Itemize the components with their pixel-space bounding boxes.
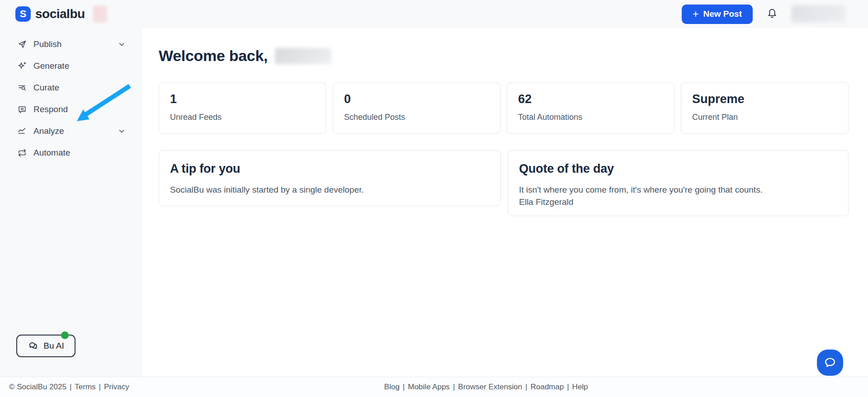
separator: | [525,383,527,392]
stat-card-total-automations[interactable]: 62 Total Automations [507,82,675,134]
header-actions: + New Post [682,5,846,24]
stats-row: 1 Unread Feeds 0 Scheduled Posts 62 Tota… [159,82,849,134]
notifications-bell-icon[interactable] [765,7,779,21]
line-chart-icon [17,126,28,137]
sidebar-item-label: Publish [33,39,61,49]
app-root: S socialbu + New Post [0,0,868,397]
sidebar-item-label: Analyze [33,126,64,136]
footer-link-blog[interactable]: Blog [384,383,400,392]
socialbu-logo-icon: S [15,6,31,22]
bu-ai-button[interactable]: Bu AI [16,335,75,357]
sidebar-item-analyze[interactable]: Analyze [0,120,142,142]
privacy-link[interactable]: Privacy [104,383,129,392]
sidebar-item-generate[interactable]: Generate [0,55,142,77]
footer-links: Blog | Mobile Apps | Browser Extension |… [384,377,588,397]
separator: | [99,383,101,392]
chat-icon [823,355,837,370]
chevron-down-icon[interactable] [118,40,126,48]
stat-card-unread-feeds[interactable]: 1 Unread Feeds [159,82,326,134]
stat-label: Total Automations [518,113,663,122]
tip-body: SocialBu was initially started by a sing… [170,184,490,196]
sidebar-item-publish[interactable]: Publish [0,33,142,55]
sidebar-item-label: Curate [33,83,59,93]
list-search-icon [17,82,28,93]
stat-value: 0 [344,92,489,106]
terms-link[interactable]: Terms [75,383,95,392]
tip-title: A tip for you [170,162,490,176]
blurred-user-name [275,48,331,64]
blurred-user-menu[interactable] [792,5,846,23]
footer-copyright-group: © SocialBu 2025 | Terms | Privacy [9,377,129,397]
footer-link-browser-extension[interactable]: Browser Extension [458,383,522,392]
footer-link-roadmap[interactable]: Roadmap [530,383,564,392]
quote-title: Quote of the day [519,162,837,176]
sidebar-item-label: Automate [33,148,70,158]
stat-value: Supreme [692,92,837,106]
logo-letter: S [20,8,27,20]
paper-plane-icon [17,39,28,50]
stat-card-current-plan[interactable]: Supreme Current Plan [681,82,849,134]
footer-link-help[interactable]: Help [572,383,588,392]
separator: | [567,383,569,392]
brand-name: socialbu [35,7,85,21]
footer-link-mobile-apps[interactable]: Mobile Apps [408,383,450,392]
brand[interactable]: S socialbu [15,6,107,23]
chevron-down-icon[interactable] [118,127,126,135]
quote-author: Ella Fitzgerald [519,196,837,208]
separator: | [70,383,71,392]
new-post-button[interactable]: + New Post [682,5,753,24]
bu-ai-label: Bu AI [43,341,64,351]
stat-value: 62 [518,92,663,106]
sidebar-item-label: Generate [33,61,69,71]
repeat-icon [17,147,28,158]
quote-text: It isn't where you come from, it's where… [519,184,837,196]
tip-card: A tip for you SocialBu was initially sta… [159,150,501,206]
quote-card: Quote of the day It isn't where you come… [508,150,849,216]
online-status-dot [61,331,69,339]
chat-bubbles-icon [28,340,39,352]
stat-label: Unread Feeds [170,113,315,122]
separator: | [403,383,405,392]
stat-label: Current Plan [692,113,837,122]
info-row: A tip for you SocialBu was initially sta… [159,150,849,216]
new-post-label: New Post [703,9,742,19]
page-title: Welcome back, [159,47,268,65]
separator: | [453,383,455,392]
chat-bubble-icon [17,104,28,115]
sidebar: Publish Generate [0,28,142,377]
sidebar-item-curate[interactable]: Curate [0,77,142,99]
sidebar-item-respond[interactable]: Respond [0,99,142,120]
top-header: S socialbu + New Post [0,0,868,28]
plus-icon: + [693,9,698,19]
sparkles-icon [17,61,28,71]
copyright-text: © SocialBu 2025 [9,383,66,392]
footer: © SocialBu 2025 | Terms | Privacy Blog |… [0,377,868,397]
main-content: Welcome back, 1 Unread Feeds 0 Scheduled… [142,28,868,377]
welcome-row: Welcome back, [159,47,849,65]
sidebar-nav: Publish Generate [0,33,142,164]
blurred-badge [93,6,107,23]
stat-value: 1 [170,92,315,106]
sidebar-item-label: Respond [33,104,68,114]
stat-label: Scheduled Posts [344,113,489,122]
sidebar-item-automate[interactable]: Automate [0,142,142,164]
stat-card-scheduled-posts[interactable]: 0 Scheduled Posts [333,82,500,134]
live-chat-widget-button[interactable] [817,350,843,376]
